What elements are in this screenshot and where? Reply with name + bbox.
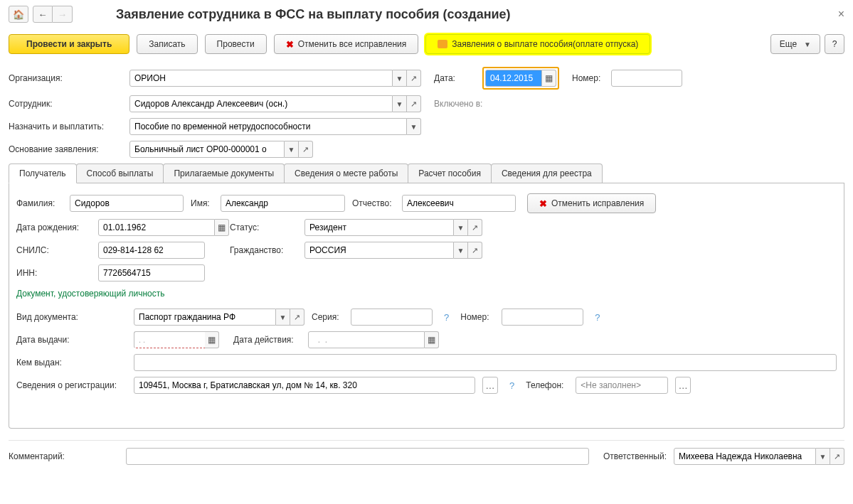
comment-input[interactable] bbox=[126, 448, 589, 465]
valid-date-input[interactable] bbox=[308, 331, 425, 348]
assign-input[interactable] bbox=[129, 118, 407, 135]
birthdate-label: Дата рождения: bbox=[16, 222, 91, 232]
snils-label: СНИЛС: bbox=[16, 245, 91, 255]
registration-input[interactable] bbox=[134, 377, 475, 394]
phone-label: Телефон: bbox=[526, 380, 568, 390]
status-label: Статус: bbox=[230, 222, 297, 232]
ellipsis-button[interactable]: … bbox=[675, 377, 691, 394]
docnumber-input[interactable] bbox=[502, 309, 583, 326]
dropdown-button[interactable]: ▼ bbox=[276, 309, 290, 326]
help-button[interactable]: ? bbox=[825, 34, 844, 54]
date-label: Дата: bbox=[434, 73, 482, 83]
employee-label: Сотрудник: bbox=[9, 99, 129, 109]
inn-input[interactable] bbox=[98, 264, 205, 282]
open-button[interactable] bbox=[468, 219, 482, 236]
calendar-button[interactable] bbox=[425, 331, 439, 348]
doctype-input[interactable] bbox=[134, 309, 276, 326]
status-input[interactable] bbox=[304, 219, 454, 236]
org-label: Организация: bbox=[9, 73, 129, 83]
folder-icon bbox=[438, 40, 447, 48]
tabs: Получатель Способ выплаты Прилагаемые до… bbox=[9, 163, 844, 183]
basis-label: Основание заявления: bbox=[9, 144, 129, 154]
employee-input[interactable] bbox=[129, 95, 393, 112]
birthdate-input[interactable] bbox=[98, 219, 215, 236]
citizenship-label: Гражданство: bbox=[230, 245, 297, 255]
series-label: Серия: bbox=[312, 312, 344, 322]
issue-date-input[interactable]: . . bbox=[134, 331, 205, 348]
patronymic-label: Отчество: bbox=[352, 198, 395, 208]
registration-label: Сведения о регистрации: bbox=[16, 380, 127, 390]
ellipsis-button[interactable]: … bbox=[482, 377, 498, 394]
issue-date-label: Дата выдачи: bbox=[16, 335, 127, 345]
dropdown-button[interactable]: ▼ bbox=[285, 141, 299, 158]
firstname-input[interactable] bbox=[221, 195, 345, 212]
lastname-input[interactable] bbox=[70, 195, 184, 212]
cancel-all-button[interactable]: ✖Отменить все исправления bbox=[274, 34, 419, 54]
applications-button[interactable]: Заявления о выплате пособия(оплате отпус… bbox=[425, 34, 650, 54]
citizenship-input[interactable] bbox=[304, 242, 454, 259]
doc-section-header: Документ, удостоверяющий личность bbox=[16, 289, 837, 299]
calendar-button[interactable] bbox=[215, 219, 229, 236]
date-input[interactable] bbox=[485, 70, 542, 87]
page-title: Заявление сотрудника в ФСС на выплату по… bbox=[116, 7, 511, 22]
lastname-label: Фамилия: bbox=[16, 198, 63, 208]
submit-close-button[interactable]: Провести и закрыть bbox=[9, 34, 129, 54]
calendar-button[interactable] bbox=[205, 331, 219, 348]
tab-workplace[interactable]: Сведения о месте работы bbox=[284, 163, 408, 183]
tab-payment-method[interactable]: Способ выплаты bbox=[76, 163, 164, 183]
issued-by-label: Кем выдан: bbox=[16, 358, 127, 368]
tab-recipient[interactable]: Получатель bbox=[9, 163, 77, 183]
more-button[interactable]: Еще▼ bbox=[770, 34, 820, 54]
valid-date-label: Дата действия: bbox=[233, 335, 301, 345]
open-button[interactable] bbox=[290, 309, 304, 326]
dropdown-button[interactable]: ▼ bbox=[393, 95, 407, 112]
org-input[interactable] bbox=[129, 70, 393, 87]
cancel-corrections-button[interactable]: ✖Отменить исправления bbox=[527, 193, 656, 213]
tab-documents[interactable]: Прилагаемые документы bbox=[163, 163, 285, 183]
open-button[interactable] bbox=[299, 141, 313, 158]
dropdown-button[interactable]: ▼ bbox=[393, 70, 407, 87]
patronymic-input[interactable] bbox=[402, 195, 516, 212]
dropdown-button[interactable]: ▼ bbox=[816, 448, 830, 465]
forward-button[interactable]: → bbox=[53, 6, 73, 23]
close-icon[interactable]: × bbox=[838, 8, 844, 21]
chevron-down-icon: ▼ bbox=[804, 41, 811, 48]
back-button[interactable]: ← bbox=[33, 6, 53, 23]
responsible-label: Ответственный: bbox=[603, 451, 667, 461]
tab-calculation[interactable]: Расчет пособия bbox=[408, 163, 492, 183]
help-icon[interactable]: ? bbox=[440, 312, 453, 323]
submit-button[interactable]: Провести bbox=[205, 34, 267, 54]
cancel-icon: ✖ bbox=[539, 198, 547, 209]
phone-input[interactable] bbox=[576, 377, 668, 394]
doctype-label: Вид документа: bbox=[16, 312, 127, 322]
number-label: Номер: bbox=[572, 73, 611, 83]
dropdown-button[interactable]: ▼ bbox=[407, 118, 421, 135]
issued-by-input[interactable] bbox=[134, 354, 837, 371]
assign-label: Назначить и выплатить: bbox=[9, 122, 129, 132]
docnumber-label: Номер: bbox=[460, 312, 494, 322]
home-button[interactable]: 🏠 bbox=[9, 6, 28, 23]
open-button[interactable] bbox=[407, 70, 421, 87]
responsible-input[interactable] bbox=[674, 448, 816, 465]
series-input[interactable] bbox=[351, 309, 433, 326]
snils-input[interactable] bbox=[98, 242, 205, 259]
help-icon[interactable]: ? bbox=[505, 380, 519, 391]
open-button[interactable] bbox=[407, 95, 421, 112]
tab-registry[interactable]: Сведения для реестра bbox=[491, 163, 603, 183]
comment-label: Комментарий: bbox=[9, 451, 119, 461]
open-button[interactable] bbox=[468, 242, 482, 259]
save-button[interactable]: Записать bbox=[137, 34, 197, 54]
calendar-button[interactable] bbox=[542, 70, 556, 87]
open-button[interactable] bbox=[830, 448, 844, 465]
included-label: Включено в: bbox=[434, 99, 482, 109]
inn-label: ИНН: bbox=[16, 268, 91, 278]
help-icon[interactable]: ? bbox=[590, 312, 604, 323]
number-input[interactable] bbox=[611, 70, 682, 87]
basis-input[interactable] bbox=[129, 141, 285, 158]
firstname-label: Имя: bbox=[191, 198, 213, 208]
dropdown-button[interactable]: ▼ bbox=[454, 219, 468, 236]
cancel-icon: ✖ bbox=[286, 39, 294, 50]
dropdown-button[interactable]: ▼ bbox=[454, 242, 468, 259]
